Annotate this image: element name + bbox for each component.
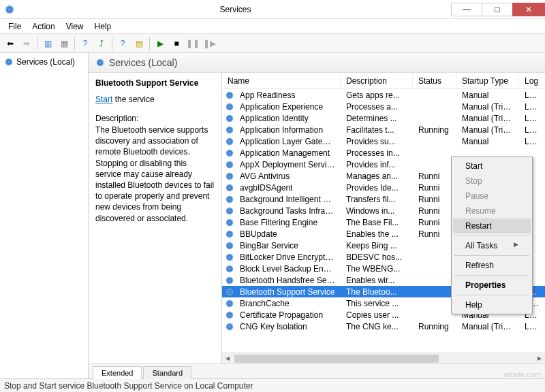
- cell-status: [413, 291, 456, 293]
- menu-view[interactable]: View: [61, 20, 89, 33]
- scroll-thumb[interactable]: [234, 355, 439, 363]
- cell-startup-type: Manual (Trig...: [456, 113, 519, 124]
- cell-status: Runni: [413, 229, 456, 240]
- show-hide-tree-button[interactable]: ▥: [40, 36, 55, 51]
- menu-help[interactable]: Help: [89, 20, 117, 33]
- svg-point-18: [226, 265, 234, 272]
- cell-status: [413, 141, 456, 142]
- table-row[interactable]: Application ExperienceProcesses a...Manu…: [222, 101, 545, 112]
- submenu-arrow-icon: ▶: [514, 241, 518, 248]
- table-row[interactable]: CNG Key IsolationThe CNG ke...RunningMan…: [222, 321, 545, 332]
- table-row[interactable]: Application InformationFacilitates t...R…: [222, 124, 545, 135]
- ctx-separator: [454, 255, 529, 256]
- cell-status: [413, 257, 456, 258]
- scroll-right-icon[interactable]: ▸: [534, 353, 545, 363]
- ctx-all-tasks[interactable]: All Tasks▶: [453, 238, 531, 253]
- tab-extended[interactable]: Extended: [93, 366, 142, 379]
- svg-point-15: [226, 230, 234, 238]
- cell-name: Background Tasks Infrastru...: [234, 206, 341, 216]
- stop-service-button[interactable]: ■: [169, 36, 184, 51]
- svg-point-4: [226, 103, 234, 110]
- cell-status: [413, 95, 456, 96]
- ctx-restart[interactable]: Restart: [453, 218, 531, 233]
- console-tree: Services (Local): [0, 53, 89, 378]
- col-log-on-as[interactable]: Log: [519, 73, 540, 88]
- svg-point-20: [226, 288, 234, 295]
- title-bar: Services — □ ✕: [0, 0, 545, 19]
- forward-button[interactable]: ➡: [19, 36, 34, 51]
- svg-point-1: [5, 59, 13, 66]
- minimize-button[interactable]: —: [451, 3, 482, 16]
- restart-service-button[interactable]: ❚▶: [202, 36, 217, 51]
- svg-point-8: [226, 149, 234, 157]
- window-title: Services: [19, 5, 452, 14]
- menu-file[interactable]: File: [3, 20, 27, 33]
- ctx-properties[interactable]: Properties: [453, 278, 531, 293]
- cell-description: The CNG ke...: [341, 321, 413, 332]
- table-row[interactable]: Application IdentityDetermines ...Manual…: [222, 112, 545, 124]
- svg-point-21: [226, 299, 234, 307]
- svg-point-6: [226, 126, 234, 133]
- ctx-separator: [454, 275, 529, 276]
- pause-service-button[interactable]: ❚❚: [185, 36, 200, 51]
- cell-log-on-as: Loc: [519, 113, 540, 124]
- cell-status: Runni: [413, 217, 456, 228]
- cell-name: Application Experience: [234, 101, 341, 112]
- start-service-button[interactable]: ▶: [153, 36, 168, 51]
- maximize-button[interactable]: □: [482, 3, 513, 16]
- cell-name: BBUpdate: [234, 229, 341, 240]
- export-button[interactable]: ⤴: [94, 36, 109, 51]
- ctx-pause: Pause: [453, 189, 531, 203]
- ctx-start[interactable]: Start: [453, 159, 531, 174]
- tree-root-services[interactable]: Services (Local): [3, 56, 85, 68]
- svg-point-7: [226, 137, 234, 145]
- watermark: wsxdn.com: [503, 370, 541, 378]
- help-button[interactable]: ?: [78, 36, 93, 51]
- ctx-resume: Resume: [453, 203, 531, 218]
- svg-point-19: [226, 276, 234, 284]
- svg-point-9: [226, 161, 234, 168]
- cell-status: [413, 303, 456, 304]
- cell-status: Runni: [413, 194, 456, 205]
- scroll-left-icon[interactable]: ◂: [222, 353, 233, 363]
- result-pane-title: Services (Local): [109, 57, 177, 68]
- close-button[interactable]: ✕: [512, 3, 545, 16]
- tab-standard[interactable]: Standard: [143, 366, 191, 379]
- details-pane-button[interactable]: ▦: [57, 36, 72, 51]
- cell-log-on-as: Loc: [519, 101, 540, 112]
- table-row[interactable]: App ReadinessGets apps re...ManualLoc: [222, 89, 545, 101]
- start-service-link[interactable]: Start: [95, 95, 112, 104]
- menu-action[interactable]: Action: [27, 20, 60, 33]
- cell-name: Application Layer Gateway ...: [234, 136, 341, 147]
- cell-description: Facilitates t...: [341, 125, 413, 135]
- cell-description: Processes in...: [341, 148, 413, 159]
- col-name[interactable]: Name: [222, 73, 341, 88]
- cell-name: AppX Deployment Service (...: [234, 159, 341, 170]
- col-status[interactable]: Status: [413, 73, 456, 88]
- table-row[interactable]: Application Layer Gateway ...Provides su…: [222, 135, 545, 147]
- ctx-separator: [454, 235, 529, 236]
- cell-name: BingBar Service: [234, 240, 341, 251]
- properties-button[interactable]: ▤: [131, 36, 146, 51]
- selected-service-name: Bluetooth Support Service: [95, 78, 215, 88]
- cell-description: Provides Ide...: [341, 182, 413, 193]
- gear-icon: [4, 57, 14, 67]
- ctx-help[interactable]: Help: [453, 297, 531, 312]
- cell-description: Transfers fil...: [341, 194, 413, 205]
- ctx-refresh[interactable]: Refresh: [453, 258, 531, 273]
- cell-description: This service ...: [341, 298, 413, 309]
- cell-log-on-as: Loc: [519, 321, 540, 332]
- cell-name: BranchCache: [234, 298, 341, 309]
- cell-name: Bluetooth Support Service: [234, 287, 341, 297]
- help2-button[interactable]: ?: [115, 36, 130, 51]
- back-button[interactable]: ⬅: [3, 36, 18, 51]
- col-description[interactable]: Description: [341, 73, 413, 88]
- svg-point-11: [226, 184, 234, 191]
- col-startup-type[interactable]: Startup Type: [456, 73, 519, 88]
- cell-status: Running: [413, 321, 456, 332]
- cell-name: Base Filtering Engine: [234, 217, 341, 228]
- cell-status: [413, 152, 456, 154]
- cell-name: avgbIDSAgent: [234, 182, 341, 193]
- horizontal-scrollbar[interactable]: ◂ ▸: [222, 353, 545, 363]
- menu-bar: File Action View Help: [0, 19, 545, 34]
